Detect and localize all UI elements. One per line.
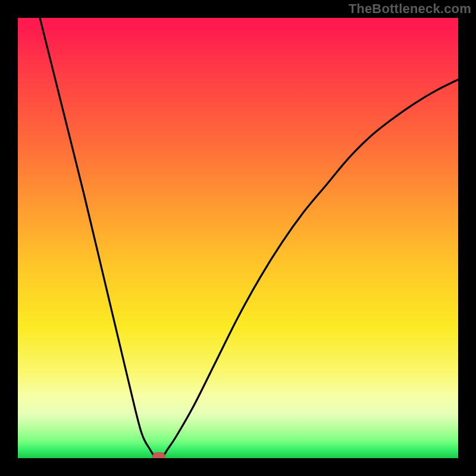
curve-svg [18, 18, 458, 458]
watermark-label: TheBottleneck.com [349, 1, 471, 17]
optimal-point-marker [152, 452, 165, 458]
chart-frame: TheBottleneck.com [0, 0, 476, 476]
bottleneck-curve [40, 18, 458, 458]
plot-area [18, 18, 458, 458]
